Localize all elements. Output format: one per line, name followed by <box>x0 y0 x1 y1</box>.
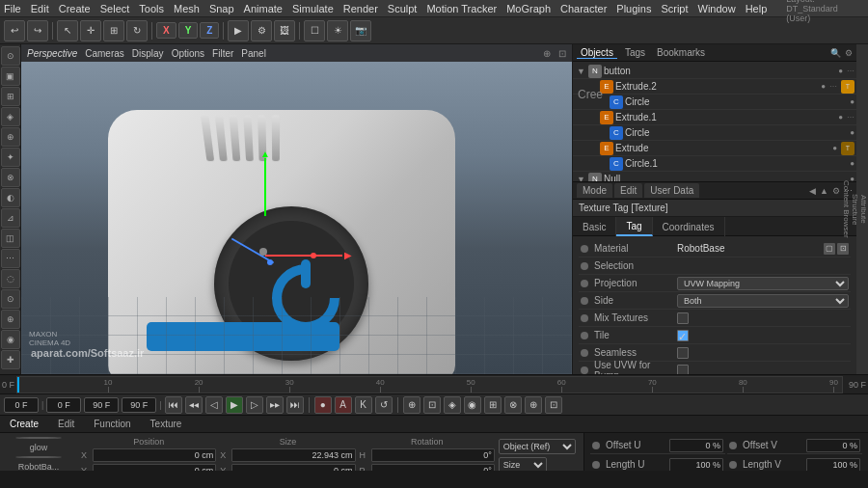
prop-checkbox-uvw-bump[interactable] <box>677 365 689 375</box>
left-tool-5[interactable]: ⊕ <box>1 127 20 147</box>
transport-record[interactable]: ● <box>314 396 332 414</box>
material-sphere-2[interactable] <box>15 456 62 458</box>
menu-snap[interactable]: Snap <box>209 3 234 14</box>
prop-input-offset-u[interactable] <box>669 439 723 452</box>
size-y-input[interactable] <box>231 464 355 471</box>
left-tool-15[interactable]: ◉ <box>1 330 20 349</box>
transport-icon1[interactable]: ⊕ <box>403 396 420 414</box>
prop-icon-material-2[interactable]: ⊡ <box>837 243 849 255</box>
undo-button[interactable]: ↩ <box>4 20 25 41</box>
viewport-menu-options[interactable]: Options <box>172 48 204 59</box>
left-tool-11[interactable]: ⋯ <box>1 249 20 268</box>
menu-select[interactable]: Select <box>100 3 130 14</box>
frame-current-input[interactable] <box>4 397 39 413</box>
tree-eye-extrude[interactable]: ● <box>832 144 837 152</box>
menu-character[interactable]: Character <box>560 3 607 14</box>
menu-create[interactable]: Create <box>59 3 91 14</box>
left-tool-2[interactable]: ▣ <box>1 67 20 86</box>
viewport-icon-plus[interactable]: ⊕ <box>543 48 551 59</box>
menu-simulate[interactable]: Simulate <box>292 3 334 14</box>
tree-eye-button[interactable]: ● <box>838 67 843 75</box>
left-tool-6[interactable]: ✦ <box>1 148 20 167</box>
rp-search-icon[interactable]: 🔍 <box>830 48 841 58</box>
obj-tab-function[interactable]: Function <box>88 419 136 429</box>
prop-tab-basic[interactable]: Basic <box>573 217 616 236</box>
tree-item-circle0[interactable]: C Circle.1 ● <box>573 156 856 172</box>
transport-next-frame[interactable]: ▷ <box>246 396 263 414</box>
transport-prev-key[interactable]: ◂◂ <box>185 396 203 414</box>
prop-tab-coordinates[interactable]: Coordinates <box>653 217 725 236</box>
tree-dots-extrude2[interactable]: ⋯ <box>829 82 837 91</box>
transport-icon2[interactable]: ⊡ <box>423 396 441 414</box>
transport-icon4[interactable]: ◉ <box>464 396 481 414</box>
prop-input-length-v[interactable] <box>806 458 860 472</box>
rp-gear-icon[interactable]: ⚙ <box>845 48 853 58</box>
tree-item-null[interactable]: ▼ N Null ● <box>573 172 856 181</box>
menu-help[interactable]: Help <box>746 3 768 14</box>
transport-autokey[interactable]: A <box>335 396 352 414</box>
menu-sculpt[interactable]: Sculpt <box>388 3 418 14</box>
attr-tab-mode[interactable]: Mode <box>577 183 612 198</box>
tree-item-extrude2[interactable]: E Extrude.2 ● ⋯ T <box>573 79 856 95</box>
left-tool-12[interactable]: ◌ <box>1 269 20 288</box>
menu-file[interactable]: File <box>4 3 21 14</box>
rotate-tool[interactable]: ↻ <box>126 20 148 41</box>
timeline-btn[interactable]: ▶ <box>228 20 249 41</box>
obj-tab-create[interactable]: Create <box>4 419 44 429</box>
prop-checkbox-tile[interactable]: ✓ <box>677 330 689 341</box>
axis-z-label[interactable]: Z <box>200 22 219 39</box>
transport-icon6[interactable]: ⊗ <box>504 396 522 414</box>
menu-script[interactable]: Script <box>661 3 688 14</box>
prop-checkbox-mix-textures[interactable] <box>677 312 689 324</box>
transport-loop[interactable]: ↺ <box>375 396 393 414</box>
frame-total-input[interactable] <box>122 397 156 413</box>
transport-go-start[interactable]: ⏮ <box>165 396 182 414</box>
move-tool[interactable]: ✛ <box>80 20 101 41</box>
viewport-menu-display[interactable]: Display <box>132 48 164 59</box>
tree-item-circle2[interactable]: C Circle ● <box>573 95 856 110</box>
render-btn[interactable]: ⚙ <box>251 20 272 41</box>
axis-y-label[interactable]: Y <box>178 22 199 39</box>
menu-plugins[interactable]: Plugins <box>616 3 651 14</box>
left-tool-13[interactable]: ⊙ <box>1 289 20 309</box>
coord-system-select[interactable]: Object (Ref) <box>499 439 576 454</box>
size-x-input[interactable] <box>231 448 355 462</box>
prop-tab-tag[interactable]: Tag <box>616 217 652 236</box>
rp-tab-tags[interactable]: Tags <box>621 47 649 59</box>
transport-icon3[interactable]: ◈ <box>444 396 461 414</box>
left-tool-4[interactable]: ◈ <box>1 107 20 126</box>
left-tool-9[interactable]: ⊿ <box>1 208 20 228</box>
tree-item-circle1[interactable]: C Circle ● <box>573 125 856 141</box>
menu-motiontracker[interactable]: Motion Tracker <box>426 3 497 14</box>
obj-tab-edit[interactable]: Edit <box>52 419 80 429</box>
transport-key1[interactable]: K <box>355 396 372 414</box>
viewport-menu-cameras[interactable]: Cameras <box>85 48 124 59</box>
timeline-ruler[interactable]: 0 10 20 30 40 50 60 70 80 90 <box>16 376 843 393</box>
rot-p-input[interactable] <box>371 464 495 471</box>
tree-item-extrude[interactable]: E Extrude ● T <box>573 141 856 156</box>
menu-mograph[interactable]: MoGraph <box>506 3 551 14</box>
left-tool-3[interactable]: ⊞ <box>1 87 20 106</box>
tree-dots-button[interactable]: ⋯ <box>847 67 854 75</box>
menu-animate[interactable]: Animate <box>244 3 283 14</box>
menu-edit[interactable]: Edit <box>31 3 49 14</box>
left-tool-14[interactable]: ⊕ <box>1 310 20 329</box>
left-tool-1[interactable]: ⊙ <box>1 46 20 66</box>
left-tool-7[interactable]: ⊗ <box>1 168 20 187</box>
pos-x-input[interactable] <box>93 448 216 462</box>
viewport-menu-panel[interactable]: Panel <box>241 48 266 59</box>
object-btn[interactable]: ☐ <box>304 20 325 41</box>
transport-go-end[interactable]: ⏭ <box>286 396 304 414</box>
tree-item-button[interactable]: ▼ N button ● ⋯ <box>573 64 856 79</box>
prop-checkbox-seamless[interactable] <box>677 347 689 359</box>
transport-icon5[interactable]: ⊞ <box>484 396 502 414</box>
redo-button[interactable]: ↪ <box>27 20 48 41</box>
frame-offset-input[interactable] <box>46 397 81 413</box>
prop-input-length-u[interactable] <box>669 458 723 472</box>
pos-y-input[interactable] <box>93 464 216 471</box>
menu-tools[interactable]: Tools <box>139 3 164 14</box>
menu-window[interactable]: Window <box>698 3 736 14</box>
prop-icon-material-1[interactable]: ▢ <box>824 243 835 255</box>
attr-tab-edit[interactable]: Edit <box>614 183 642 198</box>
tree-dots-extrude1[interactable]: ⋯ <box>847 113 854 122</box>
